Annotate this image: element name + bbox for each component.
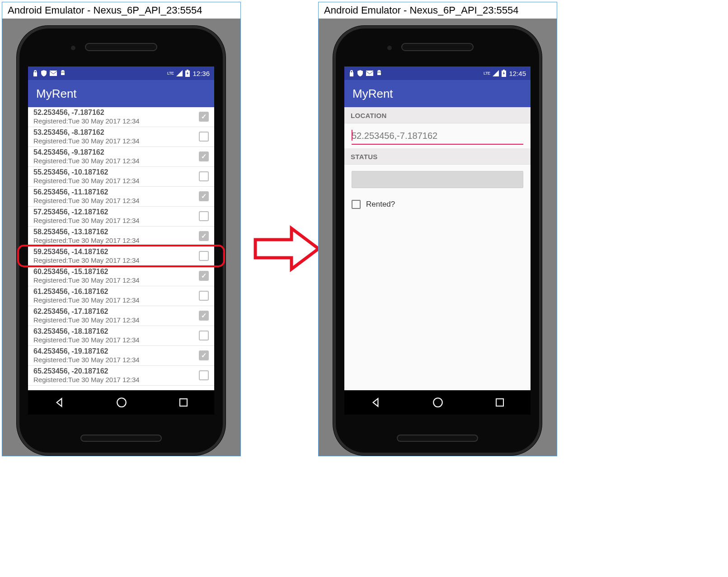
lte-indicator: LTE <box>484 71 490 76</box>
list-item-coords: 56.253456, -11.187162 <box>33 188 195 196</box>
status-time: 12:45 <box>509 70 526 77</box>
svg-point-2 <box>433 398 442 407</box>
android-icon <box>60 70 66 76</box>
list-item[interactable]: 55.253456, -10.187162Registered:Tue 30 M… <box>28 167 214 187</box>
list-item[interactable]: 60.253456, -15.187162Registered:Tue 30 M… <box>28 266 214 286</box>
list-item-coords: 53.253456, -8.187162 <box>33 128 195 137</box>
list-item[interactable]: 62.253456, -17.187162Registered:Tue 30 M… <box>28 306 214 326</box>
list-item-registered: Registered:Tue 30 May 2017 12:34 <box>33 276 195 284</box>
list-item-registered: Registered:Tue 30 May 2017 12:34 <box>33 376 195 383</box>
list-item[interactable]: 61.253456, -16.187162Registered:Tue 30 M… <box>28 286 214 306</box>
list-item-coords: 65.253456, -20.187162 <box>33 367 195 375</box>
list-item-checkbox[interactable] <box>199 331 209 341</box>
nav-back-icon[interactable] <box>53 397 65 408</box>
signal-icon <box>493 70 499 76</box>
list-item-registered: Registered:Tue 30 May 2017 12:34 <box>33 356 195 364</box>
list-item-coords: 52.253456, -7.187162 <box>33 109 195 117</box>
list-item-coords: 58.253456, -13.187162 <box>33 228 195 236</box>
camera-dot <box>387 46 392 50</box>
camera-dot <box>71 46 75 50</box>
residences-list[interactable]: 52.253456, -7.187162Registered:Tue 30 Ma… <box>28 107 214 390</box>
list-item-checkbox[interactable] <box>199 151 209 161</box>
list-item-coords: 64.253456, -19.187162 <box>33 347 195 355</box>
list-item-checkbox[interactable] <box>199 311 209 321</box>
list-item[interactable]: 56.253456, -11.187162Registered:Tue 30 M… <box>28 187 214 207</box>
list-item-checkbox[interactable] <box>199 370 209 380</box>
android-icon <box>376 70 382 76</box>
list-item-coords: 62.253456, -17.187162 <box>33 307 195 316</box>
list-item-coords: 59.253456, -14.187162 <box>33 248 195 256</box>
list-item-registered: Registered:Tue 30 May 2017 12:34 <box>33 256 195 264</box>
list-item-checkbox[interactable] <box>199 251 209 261</box>
section-header-status: STATUS <box>344 148 531 165</box>
list-item-coords: 63.253456, -18.187162 <box>33 327 195 336</box>
mail-icon <box>366 71 373 76</box>
nav-back-icon[interactable] <box>370 397 381 408</box>
list-item-checkbox[interactable] <box>199 231 209 241</box>
shield-icon <box>41 70 47 76</box>
list-item-registered: Registered:Tue 30 May 2017 12:34 <box>33 316 195 324</box>
battery-charging-icon <box>185 70 190 77</box>
list-item[interactable]: 54.253456, -9.187162Registered:Tue 30 Ma… <box>28 147 214 167</box>
list-item-coords: 60.253456, -15.187162 <box>33 268 195 276</box>
app-title: MyRent <box>36 87 77 101</box>
emulator-title: Android Emulator - Nexus_6P_API_23:5554 <box>2 2 240 19</box>
list-item[interactable]: 58.253456, -13.187162Registered:Tue 30 M… <box>28 227 214 246</box>
shield-icon <box>357 70 363 76</box>
lte-indicator: LTE <box>167 71 174 76</box>
android-nav-bar <box>28 390 214 415</box>
list-item-checkbox[interactable] <box>199 271 209 281</box>
list-item-checkbox[interactable] <box>199 132 209 142</box>
emulator-window-right: Android Emulator - Nexus_6P_API_23:5554 … <box>318 2 557 456</box>
list-item[interactable]: 63.253456, -18.187162Registered:Tue 30 M… <box>28 326 214 346</box>
device-screen: LTE 12:36 MyRent 52.253456, -7.187162Reg… <box>28 66 214 415</box>
signal-icon <box>176 70 183 76</box>
list-item-registered: Registered:Tue 30 May 2017 12:34 <box>33 157 195 165</box>
emulator-title: Android Emulator - Nexus_6P_API_23:5554 <box>319 2 557 19</box>
list-item-checkbox[interactable] <box>199 171 209 181</box>
status-date-button[interactable] <box>352 171 523 188</box>
list-item-registered: Registered:Tue 30 May 2017 12:34 <box>33 236 195 244</box>
lock-icon <box>349 70 354 76</box>
list-item-coords: 54.253456, -9.187162 <box>33 148 195 156</box>
location-input[interactable] <box>352 129 523 145</box>
battery-charging-icon <box>502 70 506 77</box>
list-item-registered: Registered:Tue 30 May 2017 12:34 <box>33 336 195 344</box>
rented-checkbox[interactable] <box>352 200 361 209</box>
svg-rect-3 <box>496 399 503 406</box>
detail-form: LOCATION STATUS Rented? <box>344 107 531 390</box>
text-cursor <box>352 130 352 141</box>
list-item[interactable]: 52.253456, -7.187162Registered:Tue 30 Ma… <box>28 107 214 127</box>
android-status-bar: LTE 12:45 <box>344 66 531 80</box>
svg-point-0 <box>117 398 126 407</box>
status-time: 12:36 <box>193 70 210 77</box>
list-item-registered: Registered:Tue 30 May 2017 12:34 <box>33 296 195 304</box>
app-bar: MyRent <box>344 80 531 107</box>
list-item[interactable]: 57.253456, -12.187162Registered:Tue 30 M… <box>28 207 214 227</box>
android-nav-bar <box>344 390 531 415</box>
list-item-checkbox[interactable] <box>199 191 209 201</box>
device-screen: LTE 12:45 MyRent LOCATION STATUS <box>344 66 531 415</box>
list-item[interactable]: 59.253456, -14.187162Registered:Tue 30 M… <box>28 246 214 266</box>
list-item-coords: 55.253456, -10.187162 <box>33 168 195 176</box>
list-item-checkbox[interactable] <box>199 112 209 122</box>
list-item[interactable]: 53.253456, -8.187162Registered:Tue 30 Ma… <box>28 127 214 147</box>
list-item[interactable]: 64.253456, -19.187162Registered:Tue 30 M… <box>28 346 214 366</box>
arrow-annotation <box>253 222 321 276</box>
list-item-registered: Registered:Tue 30 May 2017 12:34 <box>33 137 195 145</box>
list-item[interactable]: 65.253456, -20.187162Registered:Tue 30 M… <box>28 366 214 386</box>
list-item-registered: Registered:Tue 30 May 2017 12:34 <box>33 177 195 184</box>
earpiece-speaker <box>401 43 474 51</box>
list-item-checkbox[interactable] <box>199 291 209 301</box>
nav-home-icon[interactable] <box>116 397 127 408</box>
phone-frame: LTE 12:45 MyRent LOCATION STATUS <box>333 26 542 455</box>
list-item-registered: Registered:Tue 30 May 2017 12:34 <box>33 197 195 204</box>
list-item-checkbox[interactable] <box>199 350 209 360</box>
nav-recent-icon[interactable] <box>178 397 189 408</box>
emulator-window-left: Android Emulator - Nexus_6P_API_23:5554 … <box>2 2 241 456</box>
list-item-checkbox[interactable] <box>199 211 209 221</box>
nav-recent-icon[interactable] <box>494 397 505 408</box>
list-item-registered: Registered:Tue 30 May 2017 12:34 <box>33 217 195 224</box>
nav-home-icon[interactable] <box>432 397 444 408</box>
list-item-coords: 57.253456, -12.187162 <box>33 208 195 216</box>
